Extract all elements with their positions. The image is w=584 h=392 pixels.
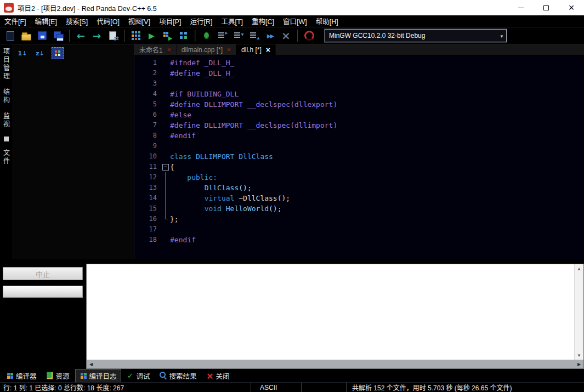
code-token: #define DLLIMPORT __declspec(dllimport) (170, 121, 337, 129)
continue-button[interactable] (263, 29, 277, 43)
code-line: 8#endif (134, 130, 584, 141)
chevron-down-icon (500, 32, 504, 39)
code-text: { (170, 162, 174, 172)
continue-icon (264, 29, 277, 42)
swap-header-source-button[interactable] (105, 29, 120, 43)
abort-button[interactable]: 中止 (3, 267, 83, 280)
compile-button[interactable] (128, 29, 143, 43)
step-over-button[interactable] (215, 29, 230, 43)
menu-refactor[interactable]: 重构[C] (247, 15, 279, 27)
stop-button[interactable] (279, 29, 293, 43)
window-title: 项目2 - [项目2.dev] - Red Panda Dev-C++ 6.5 (18, 3, 157, 13)
code-line: 9 (134, 141, 584, 151)
bottom-tab-compile-log[interactable]: 编译日志 (75, 369, 121, 383)
save-icon (36, 29, 49, 42)
scroll-left-icon[interactable] (87, 362, 95, 367)
code-token: DLLIMPORT (196, 152, 234, 161)
code-token: { (170, 163, 174, 171)
toolbar-separator (297, 30, 298, 42)
menu-code[interactable]: 代码[O] (92, 15, 124, 27)
editor-tab-dll-h[interactable]: dll.h [*] (236, 44, 276, 55)
code-text: #define DLLIMPORT __declspec(dllexport) (170, 99, 337, 110)
scroll-right-icon[interactable] (575, 362, 583, 367)
editor-tab-dllmain-cpp[interactable]: dllmain.cpp [*] (177, 44, 236, 55)
bottom-tab-close[interactable]: 关闭 (202, 370, 234, 382)
tab-label: dllmain.cpp [*] (182, 46, 223, 54)
line-number: 6 (134, 110, 162, 120)
code-line: 15 void HelloWorld(); (134, 203, 584, 214)
line-number: 18 (134, 235, 162, 245)
compile-progress-bar (3, 286, 83, 298)
resources-icon (46, 372, 54, 379)
save-button[interactable] (35, 29, 49, 43)
rebuild-button[interactable] (176, 29, 191, 43)
fold-column (162, 68, 170, 78)
sort-alphabetically-button[interactable]: z↓ (34, 47, 46, 59)
run-button[interactable] (144, 29, 159, 43)
bottom-tab-search-results[interactable]: 搜索结果 (156, 370, 201, 382)
line-number: 13 (134, 183, 162, 193)
menu-run[interactable]: 运行[R] (185, 15, 217, 27)
fold-column (162, 58, 170, 68)
line-number: 15 (134, 203, 162, 214)
menu-edit[interactable]: 编辑[E] (31, 15, 61, 27)
status-bar: 行: 1 列: 1 已选择: 0 总行数: 18 长度: 267 ASCII 共… (0, 382, 584, 392)
menu-file[interactable]: 文件[F] (0, 15, 31, 27)
back-arrow-button[interactable] (73, 29, 88, 43)
scroll-down-icon[interactable] (575, 351, 583, 360)
menu-window[interactable]: 窗口[W] (279, 15, 311, 27)
project-panel: 1↓z↓ (12, 44, 134, 259)
app-window: 项目2 - [项目2.dev] - Red Panda Dev-C++ 6.5 … (0, 0, 584, 392)
sort-by-type-button[interactable]: 1↓ (16, 47, 29, 59)
profiler-button[interactable] (302, 29, 316, 43)
open-folder-button[interactable] (19, 29, 33, 43)
step-out-button[interactable] (247, 29, 262, 43)
bottom-tab-debug[interactable]: 调试 (123, 370, 154, 382)
compile-log-output[interactable] (87, 264, 574, 360)
fold-line (162, 214, 170, 224)
menu-search[interactable]: 搜索[S] (61, 15, 92, 27)
menu-view[interactable]: 视图[V] (124, 15, 155, 27)
minimize-icon (518, 8, 524, 8)
class-browser-view-button[interactable] (52, 47, 64, 59)
editor-tab-untitled1[interactable]: 未命名1 (134, 44, 177, 55)
side-tab-project-manager[interactable]: 项目管理 (2, 48, 11, 81)
bottom-panel: 中止 (0, 259, 584, 369)
side-tab-files[interactable]: 文件 (2, 149, 11, 166)
bottom-tab-resources[interactable]: 资源 (42, 370, 73, 382)
scroll-up-icon[interactable] (575, 264, 583, 273)
tab-close-icon[interactable] (167, 47, 171, 53)
compiler-select[interactable]: MinGW GCC10.2.0 32-bit Debug (325, 29, 507, 42)
horizontal-scrollbar[interactable] (87, 360, 583, 368)
forward-arrow-button[interactable] (89, 29, 104, 43)
debug-button[interactable] (199, 29, 214, 43)
new-file-button[interactable] (3, 29, 18, 43)
tab-close-icon[interactable] (266, 46, 270, 54)
line-number: 11 (134, 162, 162, 172)
code-token: void (205, 204, 222, 213)
side-tab-watch[interactable]: 监视 (2, 112, 11, 129)
code-token: ~DllClass(); (234, 194, 290, 202)
side-tab-structure[interactable]: 结构 (2, 88, 11, 105)
menu-help[interactable]: 帮助[H] (311, 15, 343, 27)
code-line: 18#endif (134, 235, 584, 245)
vertical-scrollbar[interactable] (574, 264, 583, 360)
save-all-button[interactable] (50, 29, 65, 43)
close-button[interactable] (559, 0, 584, 15)
project-tree[interactable] (12, 62, 134, 259)
maximize-button[interactable] (534, 0, 559, 15)
step-into-button[interactable] (231, 29, 246, 43)
fold-column (162, 99, 170, 110)
compile-run-button[interactable] (160, 29, 175, 43)
code-editor[interactable]: 1#ifndef _DLL_H_2#define _DLL_H_34#if BU… (134, 55, 584, 259)
toolbar-separator (195, 30, 195, 42)
fold-toggle-icon[interactable] (162, 162, 170, 172)
code-area: 1#ifndef _DLL_H_2#define _DLL_H_34#if BU… (134, 58, 584, 245)
bottom-tab-compiler[interactable]: 编译器 (2, 370, 41, 382)
menu-tools[interactable]: 工具[T] (217, 15, 247, 27)
menu-project[interactable]: 项目[P] (155, 15, 185, 27)
code-token: #endif (170, 132, 196, 140)
tab-close-icon[interactable] (227, 47, 231, 53)
minimize-button[interactable] (508, 0, 534, 15)
code-line: 17 (134, 224, 584, 235)
